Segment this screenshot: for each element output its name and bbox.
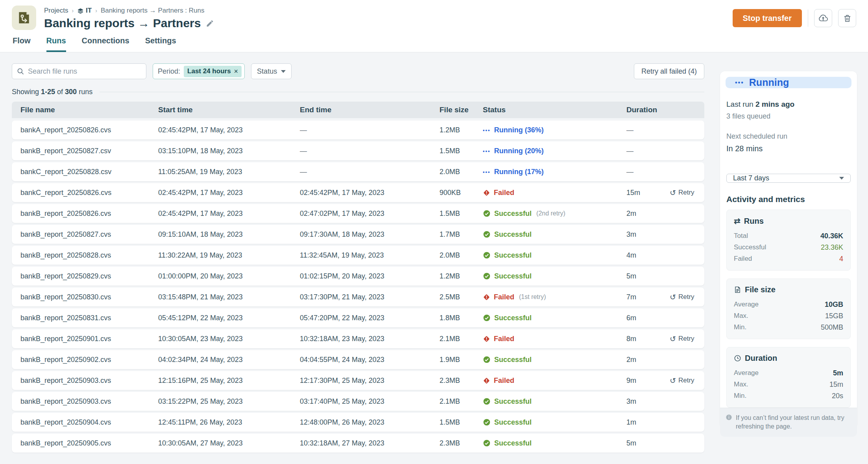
file-name-cell: bankB_report_20250827.csv — [20, 147, 158, 155]
table-row[interactable]: bankB_report_20250904.cvs12:45:11PM, 26 … — [12, 413, 704, 432]
breadcrumb-team-label: IT — [86, 7, 92, 15]
start-time-cell: 11:05:25AM, 19 May, 2023 — [158, 168, 300, 176]
duration-cell: — — [626, 168, 670, 176]
retry-all-failed-button[interactable]: Retry all failed (4) — [634, 63, 704, 79]
table-row[interactable]: bankB_report_20250902.cvs04:02:34PM, 24 … — [12, 350, 704, 369]
status-label: Successful — [494, 251, 532, 260]
start-time-cell: 12:15:16PM, 25 May, 2023 — [158, 377, 300, 385]
duration-cell: — — [626, 126, 670, 134]
status-cell: Successful — [483, 230, 626, 239]
breadcrumb-projects[interactable]: Projects — [44, 7, 68, 15]
duration-cell: — — [626, 147, 670, 155]
file-name-cell: bankB_report_20250904.cvs — [20, 418, 158, 427]
start-time-cell: 10:30:05AM, 23 May, 2023 — [158, 335, 300, 343]
check-circle-icon — [483, 439, 491, 447]
file-size-cell: 2.3MB — [440, 377, 483, 385]
check-circle-icon — [483, 418, 491, 426]
column-header-end-time: End time — [300, 106, 440, 114]
results-range: 1-25 — [41, 88, 55, 96]
search-input[interactable] — [12, 63, 146, 79]
table-row[interactable]: bankB_report_20250827.csv03:15:10PM, 18 … — [12, 141, 704, 160]
status-cell: Successful — [483, 356, 626, 364]
table-row[interactable]: bankB_report_20250830.cvs03:15:48PM, 21 … — [12, 288, 704, 306]
tab-settings[interactable]: Settings — [145, 36, 176, 52]
status-filter[interactable]: Status — [251, 63, 292, 79]
status-banner-label: Running — [749, 77, 789, 88]
metric-value: 4 — [839, 255, 843, 263]
breadcrumb-team[interactable]: IT — [77, 7, 92, 15]
delete-button[interactable] — [838, 9, 856, 27]
check-circle-icon — [483, 272, 491, 280]
file-size-cell: 2.3MB — [440, 439, 483, 447]
file-name-cell: bankA_report_20250826.cvs — [20, 126, 158, 134]
file-name-cell: bankB_report_20250903.cvs — [20, 377, 158, 385]
period-chip[interactable]: Last 24 hours × — [184, 66, 242, 77]
file-size-cell: 2.1MB — [440, 397, 483, 406]
table-row[interactable]: bankB_report_20250829.cvs01:00:00PM, 20 … — [12, 267, 704, 286]
start-time-cell: 12:45:11PM, 26 May, 2023 — [158, 418, 300, 427]
start-time-cell: 09:15:10AM, 18 May, 2023 — [158, 230, 300, 239]
period-label: Period: — [158, 67, 180, 76]
table-row[interactable]: bankC_report_20250826.cvs02:45:42PM, 17 … — [12, 183, 704, 202]
end-time-cell: 05:47:20PM, 22 May, 2023 — [300, 314, 440, 322]
table-row[interactable]: bankB_report_20250901.cvs10:30:05AM, 23 … — [12, 329, 704, 348]
upload-button[interactable] — [814, 9, 832, 27]
end-time-cell: 04:04:55PM, 24 May, 2023 — [300, 356, 440, 364]
metric-value: 20s — [832, 392, 843, 400]
file-name-cell: bankB_report_20250901.cvs — [20, 335, 158, 343]
transfer-app-icon — [12, 6, 36, 30]
metric-card-title: File size — [745, 285, 776, 294]
start-time-cell: 03:15:48PM, 21 May, 2023 — [158, 293, 300, 301]
duration-cell: 2m — [626, 210, 670, 218]
file-size-cell: 1.2MB — [440, 126, 483, 134]
info-icon — [726, 414, 732, 431]
tab-runs[interactable]: Runs — [46, 36, 66, 52]
status-label: Successful — [494, 439, 532, 447]
filter-row: Period: Last 24 hours × Status Retry all… — [12, 63, 704, 79]
end-time-cell: 11:32:45AM, 19 May, 2023 — [300, 251, 440, 260]
trash-icon — [843, 14, 852, 23]
metric-label: Successful — [734, 243, 766, 252]
chevron-down-icon — [281, 70, 286, 73]
retry-button[interactable]: ↺Retry — [670, 377, 704, 384]
last-run-value: 2 mins ago — [755, 100, 794, 108]
table-row[interactable]: bankC_report_20250828.csv11:05:25AM, 19 … — [12, 162, 704, 181]
edit-title-button[interactable] — [206, 19, 214, 28]
table-row[interactable]: bankB_report_20250903.cvs03:15:22PM, 25 … — [12, 392, 704, 411]
running-dots-icon: ••• — [483, 169, 491, 175]
start-time-cell: 03:15:22PM, 25 May, 2023 — [158, 397, 300, 406]
start-time-cell: 04:02:34PM, 24 May, 2023 — [158, 356, 300, 364]
duration-cell: 4m — [626, 251, 670, 260]
table-row[interactable]: bankB_report_20250905.cvs10:30:05AM, 27 … — [12, 434, 704, 453]
row-actions: ↺Retry — [670, 189, 704, 197]
end-time-cell: 02:47:02PM, 17 May, 2023 — [300, 210, 440, 218]
retry-button[interactable]: ↺Retry — [670, 293, 704, 301]
metric-row: Total40.36K — [734, 230, 843, 242]
status-label: Running (36%) — [494, 126, 544, 134]
remove-period-icon[interactable]: × — [234, 67, 238, 76]
table-row[interactable]: bankB_report_20250903.cvs12:15:16PM, 25 … — [12, 371, 704, 390]
retry-button[interactable]: ↺Retry — [670, 335, 704, 343]
period-filter[interactable]: Period: Last 24 hours × — [153, 63, 245, 79]
refresh-note: If you can’t find your latest run data, … — [720, 408, 857, 437]
table-row[interactable]: bankB_report_20250827.cvs09:15:10AM, 18 … — [12, 225, 704, 244]
end-time-cell: — — [300, 168, 440, 176]
table-row[interactable]: bankA_report_20250826.cvs02:45:42PM, 17 … — [12, 121, 704, 139]
metric-label: Total — [734, 232, 748, 240]
stop-transfer-button[interactable]: Stop transfer — [733, 9, 802, 27]
table-row[interactable]: bankB_report_20250831.cvs05:45:12PM, 22 … — [12, 308, 704, 327]
file-name-cell: bankB_report_20250829.cvs — [20, 272, 158, 280]
tab-connections[interactable]: Connections — [82, 36, 129, 52]
check-circle-icon — [483, 397, 491, 405]
start-time-cell: 11:30:22AM, 19 May, 2023 — [158, 251, 300, 260]
metric-label: Average — [734, 369, 759, 377]
table-row[interactable]: bankB_report_20250826.cvs02:45:42PM, 17 … — [12, 204, 704, 223]
metrics-range-select[interactable]: Last 7 days — [726, 174, 851, 183]
tab-flow[interactable]: Flow — [13, 36, 31, 52]
failed-diamond-icon — [483, 335, 490, 343]
metric-value: 23.36K — [821, 243, 843, 252]
duration-cell: 7m — [626, 293, 670, 301]
metric-label: Failed — [734, 255, 752, 263]
table-row[interactable]: bankB_report_20250828.cvs11:30:22AM, 19 … — [12, 246, 704, 265]
retry-button[interactable]: ↺Retry — [670, 189, 704, 197]
